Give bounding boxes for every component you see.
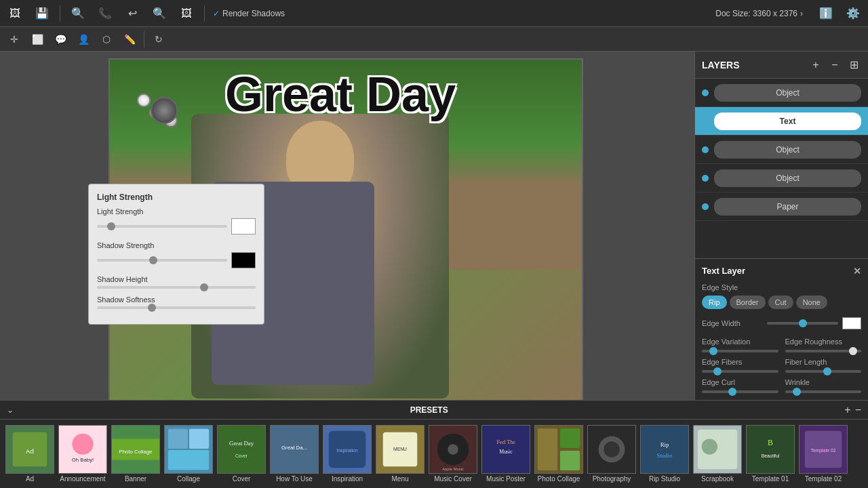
preset-label-announcement: Announcement	[60, 475, 105, 483]
preset-menu[interactable]: MENU Menu	[376, 425, 425, 483]
text-layer-close[interactable]: ✕	[853, 266, 861, 277]
layer-btn-object2[interactable]: Object	[714, 141, 861, 159]
edge-curl-section: Edge Curl	[702, 378, 778, 393]
layer-item-object3[interactable]: Object	[695, 164, 868, 192]
light-strength-slider[interactable]	[97, 225, 227, 228]
layer-btn-object1[interactable]: Object	[714, 84, 861, 102]
canvas-area[interactable]: Great Day Light Strength Light Strength	[0, 52, 694, 400]
shadow-strength-color[interactable]	[231, 252, 256, 268]
redo-icon[interactable]: ↩	[123, 4, 142, 23]
svg-text:B: B	[768, 439, 773, 447]
edge-variation-slider[interactable]	[702, 350, 778, 352]
preset-cover[interactable]: Great DayCover Cover	[217, 425, 266, 483]
preset-announcement[interactable]: Oh Baby! Announcement	[58, 425, 107, 483]
preset-photocollage[interactable]: Photo Collage	[534, 425, 583, 483]
svg-text:Photo Collage: Photo Collage	[119, 449, 153, 455]
wrinkle-slider[interactable]	[785, 390, 862, 393]
edge-roughness-label: Edge Roughness	[785, 338, 862, 346]
edge-style-label: Edge Style	[702, 283, 861, 291]
edge-roughness-slider[interactable]	[785, 350, 862, 352]
edge-style-buttons: Rip Border Cut None	[702, 296, 861, 309]
edge-width-color[interactable]	[842, 317, 861, 329]
photo-icon[interactable]: 🖼	[5, 4, 24, 23]
preset-howto[interactable]: Great Da... How To Use	[270, 425, 319, 483]
edge-style-none[interactable]: None	[796, 296, 827, 309]
edge-width-slider[interactable]	[767, 322, 838, 325]
frame-icon[interactable]: 🖼	[177, 4, 196, 23]
checkmark-icon: ✓	[213, 9, 220, 18]
preset-ad[interactable]: Ad Ad	[5, 425, 54, 483]
preset-musicposter[interactable]: Feel TheMusic Music Poster	[481, 425, 530, 483]
layer-item-object1[interactable]: Object	[695, 79, 868, 107]
info-icon[interactable]: ℹ️	[816, 4, 835, 23]
preset-ripstudio[interactable]: RipStudio Rip Studio	[640, 425, 689, 483]
preset-label-template01: Template 01	[752, 475, 789, 483]
pencil-tool[interactable]: ✏️	[121, 30, 138, 48]
fiber-length-section: Fiber Length	[785, 358, 862, 373]
fiber-length-slider[interactable]	[785, 370, 862, 373]
zoom-out-icon[interactable]: 🔍	[150, 4, 169, 23]
presets-scroll[interactable]: Ad Ad Oh Baby! Announcement Photo Collag…	[0, 420, 868, 488]
fibers-length-row: Edge Fibers Fiber Length	[702, 358, 861, 373]
speech-bubble-tool[interactable]: 💬	[52, 30, 69, 48]
edge-curl-slider[interactable]	[702, 390, 778, 393]
remove-preset-btn[interactable]: −	[855, 404, 861, 416]
render-shadows-toggle[interactable]: ✓ Render Shadows	[213, 9, 285, 18]
preset-thumb-photography	[587, 425, 636, 474]
preset-photography[interactable]: Photography	[587, 425, 636, 483]
portrait-tool[interactable]: 👤	[75, 30, 92, 48]
light-strength-color[interactable]	[231, 218, 256, 235]
layer-item-text[interactable]: Text	[695, 107, 868, 136]
add-preset-btn[interactable]: +	[844, 404, 850, 416]
right-panel: LAYERS + − ⊞ Object Text Object	[694, 52, 868, 400]
edge-style-border[interactable]: Border	[730, 296, 766, 309]
edge-style-rip[interactable]: Rip	[702, 296, 727, 309]
duplicate-layer-btn[interactable]: ⊞	[846, 58, 861, 71]
preset-scrapbook[interactable]: Scrapbook	[693, 425, 742, 483]
arrow-right-icon[interactable]: ›	[800, 9, 803, 18]
settings-icon[interactable]: ⚙️	[844, 4, 863, 23]
tool-toolbar: ✛ ⬜ 💬 👤 ⬡ ✏️ ↻	[0, 27, 868, 52]
preset-inspiration[interactable]: Inspiration Inspiration	[323, 425, 372, 483]
move-tool[interactable]: ✛	[5, 30, 23, 48]
svg-rect-10	[168, 429, 188, 449]
preset-collage[interactable]: Collage	[164, 425, 213, 483]
presets-chevron[interactable]: ⌄	[7, 405, 14, 415]
shadow-height-slider[interactable]	[97, 286, 256, 289]
svg-text:Inspiration: Inspiration	[336, 448, 358, 453]
light-control-handle[interactable]	[137, 94, 178, 134]
remove-layer-btn[interactable]: −	[827, 59, 842, 71]
edge-width-section: Edge Width	[702, 317, 861, 329]
save-icon[interactable]: 💾	[33, 4, 52, 23]
preset-musiccover[interactable]: Apple Music Music Cover	[429, 425, 477, 483]
edge-style-cut[interactable]: Cut	[768, 296, 793, 309]
preset-template02[interactable]: Template 02 Template 02	[799, 425, 848, 483]
canvas-title-text: Great Day	[225, 66, 456, 122]
phone-icon[interactable]: 📞	[96, 4, 115, 23]
tool-sep	[144, 31, 144, 47]
shadow-strength-slider[interactable]	[97, 259, 227, 262]
preset-label-photocollage: Photo Collage	[538, 475, 580, 483]
shape-tool[interactable]: ⬡	[98, 30, 115, 48]
add-layer-btn[interactable]: +	[808, 59, 823, 71]
preset-template01[interactable]: BBeautiful Template 01	[746, 425, 795, 483]
svg-text:MENU: MENU	[393, 447, 407, 451]
shadow-strength-label: Shadow Strength	[97, 241, 256, 249]
layer-btn-text[interactable]: Text	[714, 113, 861, 130]
text-layer-panel: Text Layer ✕ Edge Style Rip Border Cut N…	[695, 258, 868, 400]
layer-item-object2[interactable]: Object	[695, 136, 868, 164]
layer-btn-object3[interactable]: Object	[714, 169, 861, 187]
crop-tool[interactable]: ⬜	[28, 30, 46, 48]
shadow-softness-slider[interactable]	[97, 306, 256, 309]
edge-fibers-slider[interactable]	[702, 370, 778, 373]
shadow-softness-control: Shadow Softness	[97, 296, 256, 309]
doc-size-display: Doc Size: 3360 x 2376 ›	[715, 9, 803, 18]
rotate-tool[interactable]: ↻	[150, 30, 167, 48]
edge-curl-label: Edge Curl	[702, 378, 778, 386]
layer-item-paper[interactable]: Paper	[695, 192, 868, 221]
preset-banner[interactable]: Photo Collage Banner	[111, 425, 160, 483]
preset-label-ripstudio: Rip Studio	[649, 475, 680, 483]
edge-roughness-section: Edge Roughness	[785, 338, 862, 352]
layer-btn-paper[interactable]: Paper	[714, 198, 861, 216]
zoom-in-icon[interactable]: 🔍	[68, 4, 87, 23]
